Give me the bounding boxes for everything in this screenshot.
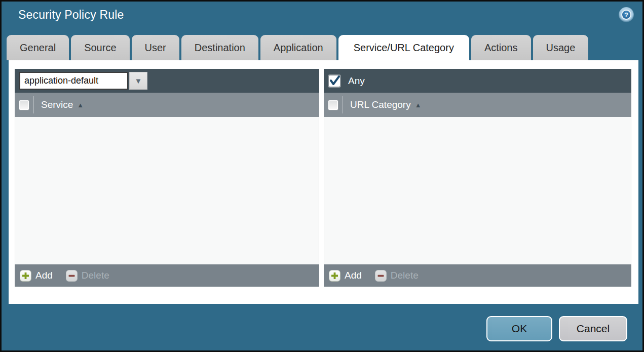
ok-button[interactable]: OK (486, 316, 552, 341)
any-checkbox[interactable] (328, 75, 340, 87)
tab-destination[interactable]: Destination (181, 35, 258, 60)
service-add-button[interactable]: Add (20, 270, 53, 282)
service-delete-button[interactable]: Delete (66, 270, 109, 282)
cancel-button[interactable]: Cancel (559, 316, 627, 341)
tab-service-url-category[interactable]: Service/URL Category (338, 35, 469, 60)
url-category-add-button[interactable]: Add (329, 270, 362, 282)
service-panel: ▼ Service ▲ Add (15, 69, 319, 287)
chevron-down-icon: ▼ (135, 76, 142, 85)
service-column-header[interactable]: Service (41, 99, 73, 110)
tab-general[interactable]: General (7, 35, 69, 60)
service-select-all-checkbox[interactable] (19, 100, 29, 110)
url-category-panel: Any URL Category ▲ Add (324, 69, 631, 287)
url-category-column-header-row: URL Category ▲ (324, 93, 631, 117)
help-question-glyph: ? (621, 10, 631, 20)
url-category-select-all-checkbox[interactable] (328, 100, 338, 110)
tab-source[interactable]: Source (71, 35, 129, 60)
service-panel-footer: Add Delete (15, 264, 319, 287)
security-policy-rule-dialog: Security Policy Rule ? General Source Us… (0, 0, 644, 352)
tab-usage[interactable]: Usage (533, 35, 589, 60)
dialog-button-row: OK Cancel (486, 316, 627, 341)
dialog-title: Security Policy Rule (18, 8, 124, 22)
minus-icon (375, 270, 387, 282)
url-category-delete-label: Delete (391, 270, 419, 281)
url-category-add-label: Add (345, 270, 362, 281)
url-category-column-header[interactable]: URL Category (350, 99, 411, 110)
plus-icon (20, 270, 31, 282)
column-divider (343, 96, 343, 113)
tab-actions[interactable]: Actions (471, 35, 531, 60)
sort-ascending-icon[interactable]: ▲ (415, 101, 422, 109)
minus-icon (66, 270, 78, 282)
service-type-input[interactable] (19, 72, 128, 90)
service-select-all-cell (15, 100, 33, 110)
url-category-panel-toolbar: Any (324, 69, 631, 93)
url-category-select-all-cell (324, 100, 343, 110)
sort-ascending-icon[interactable]: ▲ (77, 101, 84, 109)
service-add-label: Add (35, 270, 53, 281)
service-type-dropdown-button[interactable]: ▼ (129, 72, 147, 90)
url-category-delete-button[interactable]: Delete (375, 270, 419, 282)
help-icon[interactable]: ? (619, 7, 634, 22)
plus-icon (329, 270, 340, 282)
service-list[interactable] (15, 117, 319, 264)
tab-application[interactable]: Application (260, 35, 336, 60)
any-label: Any (348, 75, 365, 87)
column-divider (33, 96, 34, 113)
url-category-panel-footer: Add Delete (324, 264, 631, 287)
service-panel-toolbar: ▼ (15, 69, 319, 93)
service-column-header-row: Service ▲ (15, 93, 319, 117)
tab-content-area: ▼ Service ▲ Add (9, 60, 638, 304)
tab-user[interactable]: User (132, 35, 179, 60)
tab-strip: General Source User Destination Applicat… (7, 35, 588, 60)
service-delete-label: Delete (82, 270, 109, 281)
url-category-list[interactable] (324, 117, 631, 264)
